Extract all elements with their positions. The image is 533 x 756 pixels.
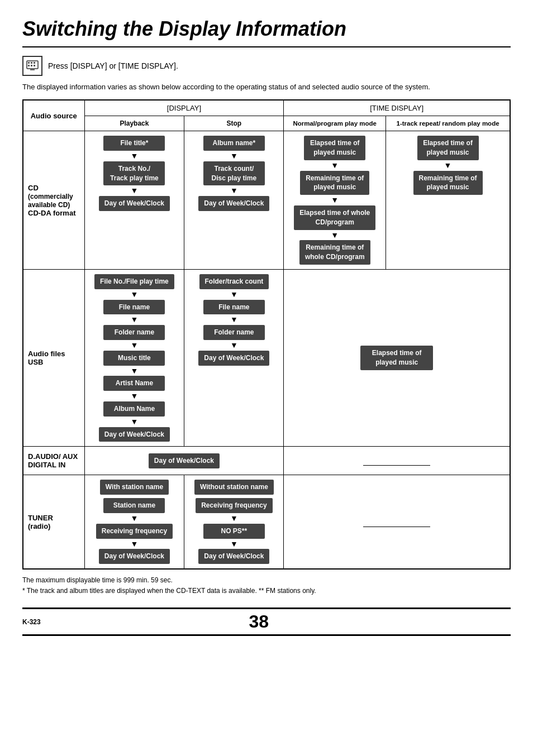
page-footer: K-323 38 xyxy=(22,607,511,636)
cd-remaining1: Remaining time ofplayed music xyxy=(300,171,369,195)
cd-dow-clock1: Day of Week/Clock xyxy=(99,196,170,211)
cd-stop-stack: Album name* ▼ Track count/Disc play time… xyxy=(188,136,280,211)
sub-header-row: Playback Stop Normal/program play mode 1… xyxy=(23,116,510,131)
daudio-line xyxy=(363,465,430,466)
tuner-with-header: With station name xyxy=(100,480,169,495)
display-icon xyxy=(22,56,42,76)
th-normal-play: Normal/program play mode xyxy=(284,116,386,131)
arrow1: ▼ xyxy=(131,151,139,161)
usb-time: Elapsed time ofplayed music xyxy=(284,269,510,446)
footer-note2: * The track and album titles are display… xyxy=(22,586,511,596)
usb-playback-stack: File No./File play time ▼ File name ▼ Fo… xyxy=(88,274,181,442)
cd-elapsed2: Elapsed time ofplayed music xyxy=(417,136,479,160)
cd-track-no: Track No./Track play time xyxy=(103,161,165,186)
tuner-row: TUNER(radio) With station name Station n… xyxy=(23,475,510,569)
usb-dow-clock1: Day of Week/Clock xyxy=(99,427,170,442)
tuner-time xyxy=(284,475,510,569)
arrow3: ▼ xyxy=(230,151,238,161)
daudio-display: Day of Week/Clock xyxy=(84,447,284,475)
usb-artist-name: Artist Name xyxy=(103,376,165,391)
usb-display-playback: File No./File play time ▼ File name ▼ Fo… xyxy=(84,269,184,446)
header-row: Audio source [DISPLAY] [TIME DISPLAY] xyxy=(23,100,510,116)
cd-row: CD (commerciallyavailable CD) CD-DA form… xyxy=(23,131,510,270)
svg-rect-6 xyxy=(34,65,35,66)
usb-file-name2: File name xyxy=(203,300,265,315)
th-stop: Stop xyxy=(184,116,284,131)
cd-elapsed-whole: Elapsed time of wholeCD/program xyxy=(294,205,375,230)
cd-1track-stack: Elapsed time ofplayed music ▼ Remaining … xyxy=(389,136,506,195)
daudio-dow-clock: Day of Week/Clock xyxy=(149,453,220,468)
usb-music-title: Music title xyxy=(103,351,165,366)
source-usb: Audio filesUSB xyxy=(23,269,84,446)
cd-album-name: Album name* xyxy=(203,136,265,151)
tuner-display-with: With station name Station name ▼ Receivi… xyxy=(84,475,184,569)
page-id: K-323 xyxy=(22,618,41,626)
tuner-display-without: Without station name Receiving frequency… xyxy=(184,475,284,569)
cd-display-stop: Album name* ▼ Track count/Disc play time… xyxy=(184,131,284,270)
tuner-no-ps: NO PS** xyxy=(203,524,265,539)
usb-dow-clock2: Day of Week/Clock xyxy=(198,351,269,366)
usb-display-stop: Folder/track count ▼ File name ▼ Folder … xyxy=(184,269,284,446)
tuner-without-header: Without station name xyxy=(194,480,274,495)
main-table: Audio source [DISPLAY] [TIME DISPLAY] Pl… xyxy=(22,99,511,570)
cd-time-1track: Elapsed time ofplayed music ▼ Remaining … xyxy=(386,131,510,270)
svg-rect-5 xyxy=(34,62,35,64)
svg-rect-1 xyxy=(28,62,30,64)
cd-dow-clock2: Day of Week/Clock xyxy=(198,196,269,211)
usb-folder-track-count: Folder/track count xyxy=(199,274,269,289)
source-cd: CD (commerciallyavailable CD) CD-DA form… xyxy=(23,131,84,270)
tuner-station-name: Station name xyxy=(103,498,165,513)
th-time-display: [TIME DISPLAY] xyxy=(284,100,510,116)
usb-folder-name1: Folder name xyxy=(103,325,165,340)
press-line: Press [DISPLAY] or [TIME DISPLAY]. xyxy=(22,56,511,76)
arrow4: ▼ xyxy=(230,186,238,195)
tuner-dow-clock1: Day of Week/Clock xyxy=(99,549,170,564)
usb-elapsed: Elapsed time ofplayed music xyxy=(360,346,433,370)
info-text: The displayed information varies as show… xyxy=(22,83,511,91)
usb-stop-stack: Folder/track count ▼ File name ▼ Folder … xyxy=(188,274,280,366)
source-tuner: TUNER(radio) xyxy=(23,475,84,569)
cd-time-normal: Elapsed time ofplayed music ▼ Remaining … xyxy=(284,131,386,270)
tuner-line xyxy=(363,527,430,527)
cd-display-playback: File title* ▼ Track No./Track play time … xyxy=(84,131,184,270)
footer-notes: The maximum displayable time is 999 min.… xyxy=(22,575,511,596)
th-playback: Playback xyxy=(84,116,184,131)
daudio-row: D.AUDIO/ AUXDIGITAL IN Day of Week/Clock xyxy=(23,447,510,475)
usb-album-name: Album Name xyxy=(103,401,165,417)
cd-playback-stack: File title* ▼ Track No./Track play time … xyxy=(88,136,181,211)
svg-rect-2 xyxy=(28,65,30,66)
cd-track-count: Track count/Disc play time xyxy=(203,161,265,186)
usb-file-name1: File name xyxy=(103,300,165,315)
footer-note1: The maximum displayable time is 999 min.… xyxy=(22,575,511,586)
tuner-with-stack: With station name Station name ▼ Receivi… xyxy=(88,480,181,564)
tuner-without-stack: Without station name Receiving frequency… xyxy=(188,480,280,564)
cd-elapsed1: Elapsed time ofplayed music xyxy=(304,136,365,160)
svg-rect-4 xyxy=(31,65,32,66)
arrow2: ▼ xyxy=(131,186,139,195)
cd-time-normal-stack: Elapsed time ofplayed music ▼ Remaining … xyxy=(287,136,382,265)
th-1track: 1-track repeat/ random play mode xyxy=(386,116,510,131)
th-audio-source: Audio source xyxy=(23,100,84,131)
svg-rect-3 xyxy=(31,62,32,64)
tuner-dow-clock2: Day of Week/Clock xyxy=(198,549,269,564)
page-title: Switching the Display Information xyxy=(22,17,511,41)
cd-remaining2: Remaining time ofplayed music xyxy=(413,171,483,195)
usb-file-no-play: File No./File play time xyxy=(94,274,174,289)
cd-file-title: File title* xyxy=(103,136,165,151)
page-number: 38 xyxy=(249,611,269,632)
cd-remaining-whole: Remaining time ofwhole CD/program xyxy=(299,240,370,265)
source-daudio: D.AUDIO/ AUXDIGITAL IN xyxy=(23,447,84,475)
tuner-recv-freq2: Receiving frequency xyxy=(196,498,272,513)
title-divider xyxy=(22,46,511,47)
tuner-recv-freq1: Receiving frequency xyxy=(96,524,173,539)
usb-folder-name2: Folder name xyxy=(203,325,265,340)
usb-row: Audio filesUSB File No./File play time ▼… xyxy=(23,269,510,446)
press-text: Press [DISPLAY] or [TIME DISPLAY]. xyxy=(48,61,178,70)
daudio-time xyxy=(284,447,510,475)
th-display: [DISPLAY] xyxy=(84,100,284,116)
